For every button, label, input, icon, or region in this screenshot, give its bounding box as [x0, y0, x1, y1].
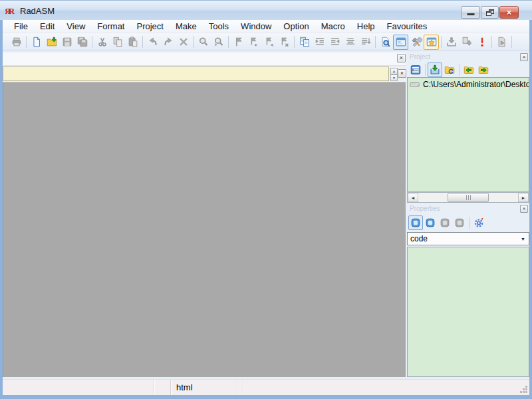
magnifier-icon: [198, 36, 209, 48]
lines-center-icon: [344, 36, 356, 48]
pages-color-icon: [299, 36, 311, 48]
view-controls-button[interactable]: [423, 215, 438, 230]
spin-up-icon[interactable]: ▲: [390, 68, 398, 74]
exclamation-icon: [476, 36, 488, 48]
menu-item-edit[interactable]: Edit: [34, 20, 61, 33]
project-pane-close-button[interactable]: ×: [520, 53, 528, 61]
toolbar-separator: [469, 217, 469, 229]
run-doc-icon: [496, 36, 508, 48]
indent-button: [312, 35, 327, 50]
window-body: FileEditViewFormatProjectMakeToolsWindow…: [3, 20, 529, 395]
properties-toolbar: [407, 213, 529, 232]
minimize-icon: [467, 13, 474, 15]
import-tray-icon: [429, 64, 441, 76]
menu-item-macro[interactable]: Macro: [315, 20, 351, 33]
status-cell-1: [3, 380, 154, 395]
templates-button[interactable]: [424, 35, 439, 50]
print-button: [9, 35, 24, 50]
editor-column: × ▲ ▼ ×: [3, 53, 406, 377]
menu-item-help[interactable]: Help: [351, 20, 381, 33]
redo-arrow-icon: [162, 36, 174, 48]
outdent-icon: [329, 36, 341, 48]
toggle-bookmark-button: [231, 35, 246, 50]
x-mark-icon: [178, 36, 190, 48]
docked-toolbar-strip: ×: [3, 53, 406, 66]
view-dialog-button[interactable]: [408, 215, 423, 230]
save-button: [59, 35, 74, 50]
scrollbar-track[interactable]: [418, 193, 518, 202]
scrollbar-thumb[interactable]: [448, 193, 489, 202]
toolbar-separator: [511, 36, 512, 48]
properties-pane-close-button[interactable]: ×: [520, 205, 528, 213]
file-browser-item[interactable]: C:\Users\Administrator\Desktop: [408, 78, 529, 91]
toolbar-separator: [375, 36, 376, 48]
scroll-right-icon: ►: [521, 196, 526, 200]
folder-path-label: C:\Users\Administrator\Desktop: [423, 80, 529, 89]
blue-square-icon: [424, 217, 436, 229]
scroll-left-button[interactable]: ◄: [408, 193, 418, 202]
flag-icon: [233, 36, 245, 48]
menu-item-view[interactable]: View: [61, 20, 91, 33]
doc-magnifier-icon: [380, 36, 392, 48]
menu-item-format[interactable]: Format: [91, 20, 130, 33]
properties-list[interactable]: [407, 247, 529, 377]
dock-close-button[interactable]: ×: [397, 54, 406, 63]
tools-button[interactable]: [408, 35, 424, 50]
folder-back-button[interactable]: [462, 63, 476, 77]
menu-item-project[interactable]: Project: [130, 20, 169, 33]
copy-pages-icon: [112, 36, 124, 48]
output-field[interactable]: [3, 66, 389, 81]
new-file-button[interactable]: [29, 35, 44, 50]
floppy-all-icon: [76, 36, 88, 48]
flag-clear-icon: [279, 36, 291, 48]
floppy-icon: [61, 36, 73, 48]
find-in-files-button[interactable]: [378, 35, 393, 50]
gray-square-icon: [454, 217, 466, 229]
open-file-button[interactable]: [44, 35, 59, 50]
chevron-down-icon: ▼: [521, 237, 525, 241]
project-pane-title: Project: [410, 53, 430, 61]
side-panels: Project × C:\Users\Administrator\Desk: [406, 53, 529, 377]
stop-button[interactable]: [474, 35, 489, 50]
drive-icon: [409, 79, 421, 90]
restore-icon: [486, 9, 494, 16]
status-cell-4: [237, 380, 243, 395]
menu-item-file[interactable]: File: [8, 20, 34, 33]
spin-down-icon[interactable]: ▼: [390, 74, 398, 81]
copy-formatted-button[interactable]: [297, 35, 312, 50]
output-spinner[interactable]: ▲ ▼: [390, 68, 398, 80]
scroll-left-icon: ◄: [411, 196, 416, 200]
menu-item-window[interactable]: Window: [235, 20, 277, 33]
minimize-button[interactable]: [461, 6, 480, 19]
sync-properties-button[interactable]: [471, 215, 486, 230]
restore-button[interactable]: [481, 6, 499, 19]
horizontal-scrollbar[interactable]: ◄ ►: [407, 192, 529, 203]
save-all-button: [74, 35, 90, 50]
folder-forward-button[interactable]: [476, 63, 491, 77]
delete-button: [176, 35, 191, 50]
toolbar-separator: [425, 64, 426, 76]
redo-button: [160, 35, 176, 50]
menu-item-make[interactable]: Make: [170, 20, 203, 33]
close-icon: ×: [400, 70, 404, 76]
dialog-editor-button[interactable]: [393, 35, 408, 50]
open-folder-icon: [46, 36, 58, 48]
output-close-button[interactable]: ×: [398, 69, 406, 78]
flag-next-icon: [248, 36, 260, 48]
resize-grip[interactable]: [525, 391, 527, 393]
explore-folder-button[interactable]: [442, 63, 457, 77]
code-section-combobox[interactable]: code ▼: [407, 232, 529, 245]
close-button[interactable]: ×: [499, 6, 519, 19]
flag-prev-icon: [263, 36, 275, 48]
scroll-right-button[interactable]: ►: [518, 193, 529, 202]
menu-item-tools[interactable]: Tools: [203, 20, 235, 33]
svg-text:R: R: [9, 6, 15, 16]
combobox-value: code: [410, 234, 428, 243]
menu-item-favourites[interactable]: Favourites: [381, 20, 434, 33]
file-browser[interactable]: C:\Users\Administrator\Desktop: [407, 77, 529, 192]
arrow-down-tray-icon: [446, 36, 458, 48]
add-to-project-button[interactable]: [428, 63, 442, 77]
project-properties-button[interactable]: [408, 63, 423, 77]
menu-item-option[interactable]: Option: [277, 20, 315, 33]
docked-output-strip: ▲ ▼ ×: [3, 66, 406, 82]
